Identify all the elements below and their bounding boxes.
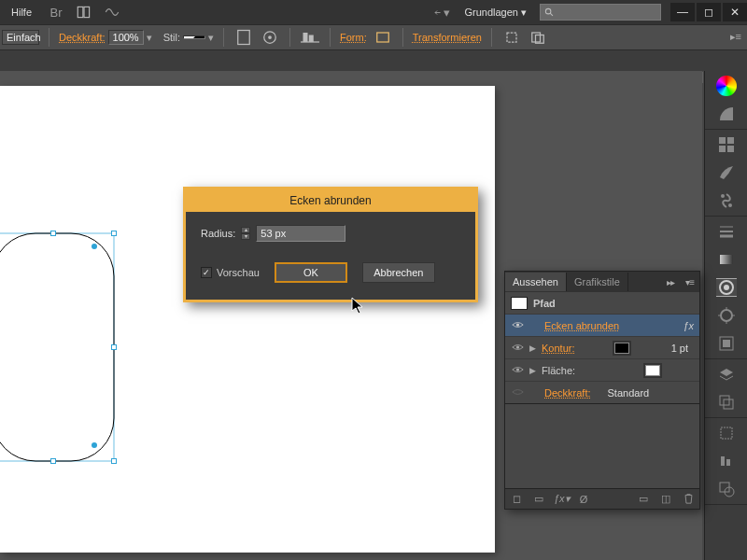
visibility-icon[interactable] [511,387,524,399]
visibility-icon[interactable] [511,365,524,376]
align-panel-icon[interactable] [716,452,737,470]
fill-swatch[interactable] [645,365,660,376]
appearance-row-fill[interactable]: ▶ Fläche: [505,359,699,382]
brushes-icon[interactable] [716,163,737,182]
duplicate-item-icon[interactable]: ▭ [636,493,651,505]
isolate-icon[interactable] [501,28,522,47]
gradient-panel-icon[interactable] [716,250,737,269]
selected-shape[interactable] [0,230,138,465]
appearance-row-stroke[interactable]: ▶ Kontur: 1 pt [505,337,699,359]
divider [223,28,224,47]
preview-checkbox[interactable]: ✓ Vorschau [201,267,260,278]
svg-rect-16 [719,137,726,144]
expand-icon[interactable]: ▶ [529,366,536,375]
stroke-label[interactable]: Kontur: [542,343,574,354]
cancel-button[interactable]: Abbrechen [362,262,435,283]
new-stroke-icon[interactable]: ▭ [531,493,546,505]
clear-appearance-icon[interactable]: Ø [576,494,591,505]
svg-rect-18 [719,146,726,152]
stroke-weight[interactable]: 1 pt [671,343,688,354]
panel-footer: ◻ ▭ ƒx▾ Ø ▭ ◫ [505,488,699,509]
graphic-style-select[interactable] [183,35,205,39]
delete-icon[interactable] [681,493,696,506]
window-close-button[interactable]: ✕ [723,3,747,21]
pathfinder-panel-icon[interactable] [716,480,737,498]
ok-button[interactable]: OK [275,262,347,283]
new-art-toggle-icon[interactable]: ◻ [509,493,524,505]
color-panel-icon[interactable] [716,77,737,95]
dialog-title: Ecken abrunden [186,189,475,212]
bbox-handle[interactable] [111,231,117,236]
step-down-icon[interactable]: ▾ [241,233,250,240]
transform-label[interactable]: Transformieren [413,32,482,43]
workspace-switcher[interactable]: Grundlagen ▾ [458,4,532,21]
control-bar: Einfach Deckkraft: 100% ▾ Stil: ▾ Form: … [0,24,747,50]
appearance-row-opacity[interactable]: Deckkraft: Standard [505,382,699,404]
arrange-docs-icon[interactable] [75,3,93,21]
tab-graphic-styles[interactable]: Grafikstile [567,273,628,291]
opacity-input[interactable]: 100% [108,30,144,45]
transparency-panel-icon[interactable] [716,278,737,297]
stroke-profile-select[interactable]: Einfach [2,30,39,45]
expand-icon[interactable]: ▶ [529,343,536,353]
opacity-value[interactable]: Standard [608,387,650,399]
radius-stepper[interactable]: ▴▾ [241,227,250,240]
sync-icon[interactable]: ▾ [432,3,451,21]
layers-panel-icon[interactable] [716,365,737,384]
shape-rect-icon[interactable] [373,28,393,47]
panel-menu-icon[interactable]: ▾≡ [680,277,699,287]
stroke-panel-icon[interactable] [716,222,737,241]
appearance-row-target[interactable]: Pfad [505,292,699,315]
new-item-icon[interactable]: ◫ [658,493,673,505]
color-guide-icon[interactable] [716,105,737,123]
graphic-styles-panel-icon[interactable] [716,334,737,353]
transform-panel-icon[interactable] [716,424,737,442]
svg-rect-34 [721,456,725,466]
window-minimize-button[interactable]: — [670,3,695,21]
window-maximize-button[interactable]: ◻ [697,3,721,21]
bbox-handle[interactable] [111,344,117,350]
bbox-handle[interactable] [111,458,117,464]
tab-appearance[interactable]: Aussehen [505,273,567,291]
svg-point-21 [728,203,732,207]
gpu-icon[interactable] [103,3,121,21]
collapse-icon[interactable]: ▸▸ [661,277,680,287]
svg-point-20 [721,194,725,198]
svg-rect-15 [0,233,114,461]
visibility-icon[interactable] [511,343,524,354]
appearance-panel-icon[interactable] [716,306,737,325]
add-effect-icon[interactable]: ƒx▾ [554,493,569,505]
search-input[interactable] [540,4,661,21]
svg-point-27 [724,285,729,290]
svg-point-40 [515,368,518,371]
fx-icon[interactable]: ƒx [683,320,694,331]
corner-widget[interactable] [92,442,97,448]
chevron-down-icon[interactable]: ▾ [147,32,152,44]
recolor-icon[interactable] [260,28,280,47]
corner-widget[interactable] [92,244,97,249]
effect-name[interactable]: Ecken abrunden [544,320,619,331]
visibility-icon[interactable] [511,320,524,331]
swatches-icon[interactable] [716,135,737,154]
divider [289,28,290,47]
step-up-icon[interactable]: ▴ [241,227,250,233]
bridge-icon[interactable]: Br [47,3,65,21]
chevron-down-icon[interactable]: ▾ [208,32,214,44]
doc-setup-icon[interactable] [233,28,254,47]
svg-rect-35 [726,459,730,466]
flyout-icon[interactable]: ▸≡ [730,31,741,43]
opacity-label[interactable]: Deckkraft: [59,32,106,43]
opacity-label[interactable]: Deckkraft: [544,387,591,399]
appearance-row-effect[interactable]: Ecken abrunden ƒx [505,315,699,337]
divider [330,28,331,47]
align-icon[interactable] [300,28,320,47]
symbols-icon[interactable] [716,191,737,210]
mask-icon[interactable] [528,28,548,47]
bbox-handle[interactable] [50,458,56,464]
stroke-swatch[interactable] [614,343,629,354]
menu-help[interactable]: Hilfe [6,4,37,21]
shape-label[interactable]: Form: [340,32,367,43]
radius-input[interactable]: 53 px [256,225,345,242]
bbox-handle[interactable] [50,231,56,236]
artboards-panel-icon[interactable] [716,393,737,412]
